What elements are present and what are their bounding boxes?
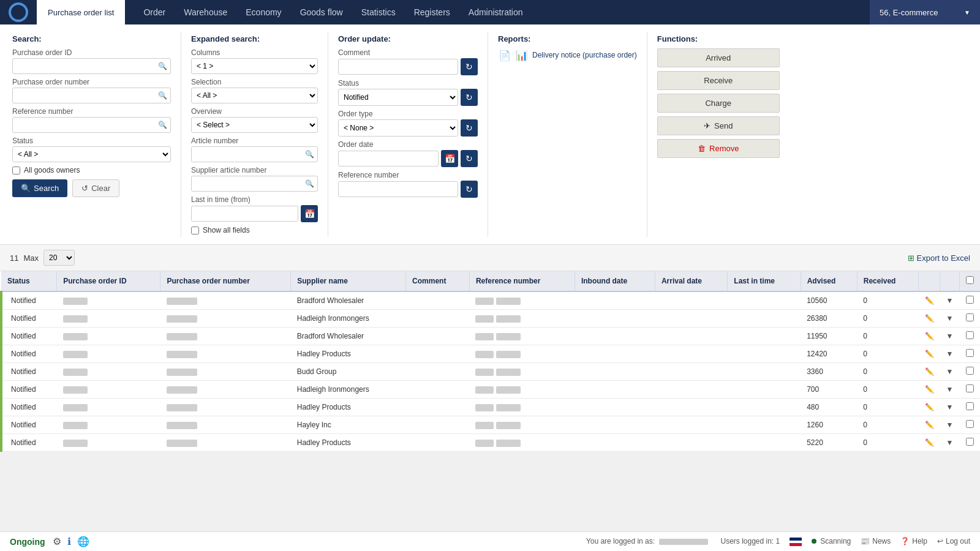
row-expand-action[interactable]: ▼ — [940, 434, 960, 452]
row-expand-action[interactable]: ▼ — [940, 399, 960, 416]
article-number-input[interactable] — [191, 146, 318, 162]
row-edit-action[interactable]: ✏️ — [919, 381, 940, 399]
export-to-excel-button[interactable]: ⊞ Export to Excel — [908, 253, 970, 263]
row-edit-action[interactable]: ✏️ — [919, 416, 940, 434]
comment-row: Comment ↻ — [338, 48, 478, 75]
overview-select[interactable]: < Select > — [191, 117, 318, 133]
max-select[interactable]: 10 20 50 100 — [43, 250, 75, 266]
row-expand-action[interactable]: ▼ — [940, 328, 960, 345]
select-all-checkbox[interactable] — [966, 276, 974, 284]
pdf-icon[interactable]: 📄 — [498, 48, 511, 62]
columns-select[interactable]: < 1 > — [191, 58, 318, 74]
row-select[interactable] — [960, 416, 981, 434]
send-button[interactable]: ✈ Send — [657, 116, 780, 135]
update-reference-number-input[interactable] — [338, 181, 458, 197]
supplier-article-number-input[interactable] — [191, 176, 318, 192]
row-edit-action[interactable]: ✏️ — [919, 363, 940, 381]
order-status-select[interactable]: Notified Arrived Received Charged — [338, 89, 458, 106]
row-checkbox[interactable] — [966, 296, 974, 304]
row-edit-action[interactable]: ✏️ — [919, 310, 940, 328]
nav-statistics[interactable]: Statistics — [361, 7, 396, 17]
nav-administration[interactable]: Administration — [469, 7, 523, 17]
row-select[interactable] — [960, 434, 981, 452]
comment-input[interactable] — [338, 59, 458, 75]
export-btn-label: Export to Excel — [917, 253, 970, 263]
row-checkbox[interactable] — [966, 313, 974, 321]
row-checkbox[interactable] — [966, 367, 974, 375]
row-last-in — [728, 310, 801, 328]
blurred-value — [167, 351, 197, 358]
charge-button[interactable]: Charge — [657, 94, 780, 113]
blurred-value — [475, 440, 494, 447]
excel-icon: ⊞ — [908, 253, 914, 263]
nav-registers[interactable]: Registers — [414, 7, 450, 17]
row-checkbox[interactable] — [966, 438, 974, 446]
row-edit-action[interactable]: ✏️ — [919, 291, 940, 310]
clear-button[interactable]: ↺ Clear — [72, 179, 119, 197]
last-in-time-input[interactable] — [191, 206, 298, 222]
row-expand-action[interactable]: ▼ — [940, 363, 960, 381]
selection-select[interactable]: < All > — [191, 88, 318, 103]
row-edit-action[interactable]: ✏️ — [919, 345, 940, 363]
row-arrival — [655, 345, 727, 363]
row-select[interactable] — [960, 310, 981, 328]
table-row: Notified Hadley Products 480 0 ✏️ ▼ — [1, 399, 980, 416]
nav-economy[interactable]: Economy — [246, 7, 281, 17]
row-select[interactable] — [960, 345, 981, 363]
row-expand-action[interactable]: ▼ — [940, 291, 960, 310]
row-select[interactable] — [960, 328, 981, 345]
active-tab[interactable]: Purchase order list — [37, 0, 125, 24]
row-status: Notified — [1, 363, 57, 381]
nav-goods-flow[interactable]: Goods flow — [300, 7, 343, 17]
send-icon: ✈ — [704, 121, 710, 130]
row-edit-action[interactable]: ✏️ — [919, 434, 940, 452]
comment-refresh-btn[interactable]: ↻ — [461, 58, 478, 75]
order-date-refresh-btn[interactable]: ↻ — [461, 150, 478, 167]
row-checkbox[interactable] — [966, 420, 974, 428]
order-status-refresh-btn[interactable]: ↻ — [461, 89, 478, 106]
status-label: Status — [12, 137, 171, 145]
row-expand-action[interactable]: ▼ — [940, 345, 960, 363]
order-date-input[interactable] — [338, 151, 439, 167]
user-area[interactable]: 56, E-commerce ▼ — [870, 0, 980, 24]
row-edit-action[interactable]: ✏️ — [919, 399, 940, 416]
update-reference-number-refresh-btn[interactable]: ↻ — [461, 181, 478, 198]
nav-order[interactable]: Order — [143, 7, 165, 17]
last-in-time-calendar-btn[interactable]: 📅 — [301, 205, 318, 222]
status-select[interactable]: < All > Notified Arrived Received Charge… — [12, 146, 171, 162]
row-select[interactable] — [960, 363, 981, 381]
arrived-button[interactable]: Arrived — [657, 48, 780, 67]
nav-warehouse[interactable]: Warehouse — [184, 7, 227, 17]
row-expand-action[interactable]: ▼ — [940, 416, 960, 434]
row-expand-action[interactable]: ▼ — [940, 310, 960, 328]
row-select[interactable] — [960, 381, 981, 399]
row-expand-action[interactable]: ▼ — [940, 381, 960, 399]
row-checkbox[interactable] — [966, 402, 974, 410]
remove-button[interactable]: 🗑 Remove — [657, 139, 780, 158]
order-date-label: Order date — [338, 140, 478, 149]
overview-label: Overview — [191, 107, 318, 116]
reference-number-input[interactable] — [12, 117, 171, 133]
col-actions-edit — [919, 271, 940, 291]
search-icon-4: 🔍 — [305, 150, 314, 159]
order-type-select[interactable]: < None > — [338, 119, 458, 137]
all-goods-owners-checkbox[interactable] — [12, 167, 20, 174]
row-checkbox[interactable] — [966, 331, 974, 339]
order-type-refresh-btn[interactable]: ↻ — [461, 119, 478, 137]
order-date-calendar-btn[interactable]: 📅 — [441, 150, 458, 167]
purchase-order-id-input[interactable] — [12, 58, 171, 74]
show-all-fields-checkbox[interactable] — [191, 227, 199, 234]
row-last-in — [728, 345, 801, 363]
row-checkbox[interactable] — [966, 349, 974, 357]
row-edit-action[interactable]: ✏️ — [919, 328, 940, 345]
blurred-value — [167, 369, 197, 376]
receive-button[interactable]: Receive — [657, 71, 780, 90]
purchase-order-number-input[interactable] — [12, 88, 171, 103]
row-checkbox[interactable] — [966, 384, 974, 392]
col-comment: Comment — [406, 271, 470, 291]
xls-icon[interactable]: 📊 — [515, 48, 529, 62]
search-button[interactable]: 🔍 Search — [12, 179, 67, 197]
row-select[interactable] — [960, 399, 981, 416]
row-select[interactable] — [960, 291, 981, 310]
row-supplier: Bradford Wholesaler — [291, 328, 406, 345]
